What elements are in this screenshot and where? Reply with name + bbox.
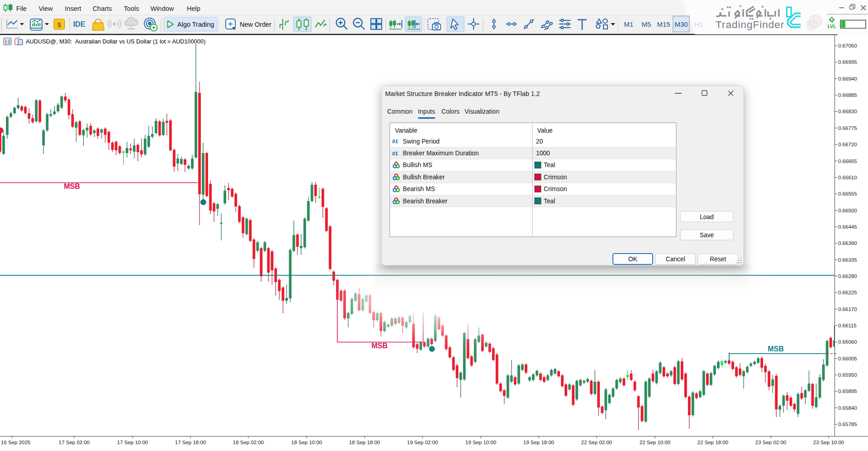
svg-text:Window: Window — [151, 5, 174, 12]
svg-text:Colors: Colors — [441, 108, 460, 115]
svg-text:Breaker Maximum Duration: Breaker Maximum Duration — [403, 150, 479, 157]
svg-text:Teal: Teal — [544, 162, 555, 168]
svg-text:Crimson: Crimson — [544, 174, 567, 181]
svg-text:Reset: Reset — [710, 256, 726, 263]
svg-text:LVL: LVL — [827, 24, 836, 29]
svg-text:Bearish Breaker: Bearish Breaker — [403, 198, 448, 205]
svg-text:Bullish MS: Bullish MS — [403, 162, 432, 168]
svg-text:Common: Common — [387, 108, 413, 115]
svg-text:01: 01 — [392, 151, 398, 156]
svg-text:Variable: Variable — [395, 127, 417, 134]
svg-text:Charts: Charts — [93, 5, 112, 12]
svg-text:Teal: Teal — [544, 198, 555, 205]
svg-text:1000: 1000 — [536, 150, 550, 157]
svg-text:Swing Period: Swing Period — [403, 138, 440, 145]
svg-text:Tools: Tools — [124, 5, 139, 12]
svg-text:Value: Value — [537, 127, 553, 134]
svg-text:M15: M15 — [657, 20, 670, 28]
svg-text:Help: Help — [187, 5, 200, 12]
svg-text:View: View — [38, 5, 53, 12]
svg-text:M30: M30 — [674, 20, 688, 28]
svg-text:Visualization: Visualization — [465, 108, 499, 115]
svg-text:Inputs: Inputs — [418, 108, 435, 115]
svg-text:01: 01 — [392, 139, 398, 144]
svg-text:Insert: Insert — [65, 5, 81, 12]
svg-text:TradingFinder: TradingFinder — [716, 19, 784, 30]
svg-text:File: File — [16, 5, 27, 12]
svg-text:M5: M5 — [642, 20, 651, 28]
svg-text:New Order: New Order — [240, 21, 271, 28]
svg-text:Algo Trading: Algo Trading — [177, 21, 214, 28]
svg-text:Bearish MS: Bearish MS — [403, 186, 435, 192]
svg-text:Load: Load — [700, 214, 714, 221]
svg-text:Crimson: Crimson — [544, 186, 567, 192]
svg-text:20: 20 — [536, 138, 543, 145]
svg-text:Cancel: Cancel — [666, 256, 685, 263]
svg-text:OK: OK — [628, 256, 638, 263]
svg-text:H1: H1 — [694, 20, 703, 28]
svg-text:IDE: IDE — [73, 20, 85, 28]
svg-text:$: $ — [57, 21, 62, 29]
svg-text:M1: M1 — [624, 20, 634, 28]
svg-text:Market Structure Breaker Indic: Market Structure Breaker Indicator MT5 -… — [385, 90, 540, 97]
svg-text:Save: Save — [700, 232, 714, 239]
svg-text:Bullish Breaker: Bullish Breaker — [403, 174, 445, 181]
svg-text:61: 61 — [812, 19, 819, 25]
